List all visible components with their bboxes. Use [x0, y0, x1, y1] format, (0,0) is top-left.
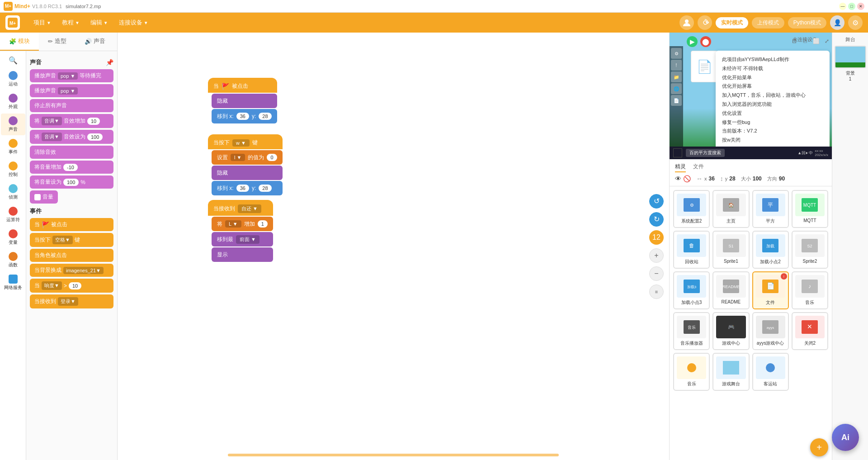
category-network[interactable]: 网络服务 [1, 272, 25, 294]
python-mode-button[interactable]: Python模式 [788, 17, 826, 28]
fullscreen-icon[interactable]: ⤢ [822, 36, 832, 46]
normal-view-icon[interactable]: □ [800, 36, 810, 46]
block-show[interactable]: 显示 [212, 247, 273, 262]
settings-button[interactable]: ⚙ [848, 15, 863, 30]
undo-button[interactable]: ↺ [649, 194, 664, 209]
sprite-card-sprite2[interactable]: S2 Sprite2 [792, 231, 828, 269]
show-icon[interactable]: 👁 [675, 175, 681, 182]
block-play-sound[interactable]: 播放声音 pop ▼ [30, 84, 113, 97]
small-view-icon[interactable]: ⊡ [789, 36, 799, 46]
sprite-card-wutai[interactable]: 游戏舞台 [712, 353, 749, 391]
block-increase-l[interactable]: 将 L ▼ 增加 1 [212, 217, 273, 231]
block-hide-2[interactable]: 隐藏 [212, 166, 283, 180]
sprite-card-xitong[interactable]: ⚙ 系统配置2 [673, 190, 710, 228]
avatar-button[interactable]: 👤 [830, 15, 844, 30]
sprite-card-zhuye[interactable]: 🏠 主页 [712, 190, 749, 228]
category-detect[interactable]: 侦测 [1, 181, 25, 203]
sprite-card-jiazai2[interactable]: 加载 加载小点2 [752, 231, 789, 269]
category-event[interactable]: 事件 [1, 136, 25, 158]
block-play-sound-wait[interactable]: 播放声音 pop ▼ 等待播完 [30, 69, 113, 82]
menu-connect[interactable]: 连接设备 ▼ [114, 17, 153, 28]
block-clear-effects[interactable]: 清除音效 [30, 146, 113, 159]
prev-left-icon-4[interactable]: 🌐 [671, 83, 682, 94]
block-go-to-front[interactable]: 移到最 前面 ▼ [212, 232, 273, 247]
block-goto-xy-2[interactable]: 移到 x: 36 y: 28 [212, 181, 283, 195]
block-volume[interactable]: 音量 [30, 190, 58, 204]
zoom-in-button[interactable]: + [649, 248, 664, 263]
sprites-tab[interactable]: 精灵 [675, 163, 686, 172]
stop-button[interactable]: ⬤ [700, 36, 711, 47]
prev-left-icon-5[interactable]: 📄 [671, 95, 682, 106]
start-button[interactable] [673, 148, 682, 157]
sprite-card-readme[interactable]: README README [712, 271, 749, 309]
block-when-key[interactable]: 当按下 空格▼ 键 [30, 233, 113, 247]
block-hide-1[interactable]: 隐藏 [212, 94, 277, 108]
block-set-volume[interactable]: 将音量设为 100 % [30, 175, 113, 189]
block-when-loudness[interactable]: 当 响度▼ > 10 [30, 279, 113, 293]
sprite-card-sprite1[interactable]: S1 Sprite1 [712, 231, 749, 269]
minimize-button[interactable]: — [839, 3, 846, 10]
sprite-card-huishouzhan[interactable]: 🗑 回收站 [673, 231, 710, 269]
upload-mode-button[interactable]: 上传模式 [752, 17, 784, 28]
tab-blocks[interactable]: 🧩 模块 [0, 33, 39, 51]
block-stop-sounds[interactable]: 停止所有声音 [30, 99, 113, 112]
sprite-card-ayys[interactable]: ayys ayys游戏中心 [752, 312, 789, 350]
block-when-sprite-clicked[interactable]: 当角色被点击 [30, 249, 113, 262]
sprite-card-close2[interactable]: ✕ 关闭2 [792, 312, 828, 350]
sync-icon-button[interactable] [698, 15, 712, 30]
category-appearance[interactable]: 外观 [1, 91, 25, 113]
block-when-flag[interactable]: 当 🚩 被点击 [30, 218, 113, 231]
sprite-card-yellow-dot[interactable]: 音乐 [673, 353, 710, 391]
block-when-flag-hat[interactable]: 当 🚩 被点击 [208, 78, 277, 93]
menu-edit[interactable]: 编辑 ▼ [86, 17, 113, 28]
add-sprite-button[interactable]: + [810, 438, 828, 456]
sprite-card-wenjian[interactable]: ! 📄 文件 [752, 271, 789, 309]
category-motion[interactable]: 运动 [1, 68, 25, 90]
menu-project[interactable]: 项目 ▼ [29, 17, 56, 28]
block-change-effect[interactable]: 将 音调▼ 音效增加 10 [30, 114, 113, 128]
category-operator[interactable]: 运算符 [1, 204, 25, 226]
tab-sounds[interactable]: 🔊 声音 [75, 33, 114, 51]
sprite-card-gamecenter[interactable]: 🎮 游戏中心 [712, 312, 749, 350]
block-set-effect[interactable]: 将 音调▼ 音效设为 100 [30, 130, 113, 144]
sprite-card-player[interactable]: 音乐 音乐播放器 [673, 312, 710, 350]
hide-icon[interactable]: 🚫 [683, 175, 691, 182]
canvas-scrollbar[interactable] [228, 454, 559, 456]
prev-left-icon-2[interactable]: ! [671, 60, 682, 71]
sprite-card-mqtt[interactable]: MQTT MQTT [792, 190, 828, 228]
canvas-area[interactable]: 当 🚩 被点击 隐藏 移到 x: 36 y: 28 当按下 w ▼ 键 设置 l… [118, 33, 669, 460]
user-icon-button[interactable] [679, 15, 694, 30]
category-function[interactable]: 函数 [1, 249, 25, 271]
taskbar-search[interactable]: 百的平方度搜索 [686, 149, 725, 157]
zoom-out-button[interactable]: − [649, 266, 664, 281]
play-button[interactable]: ▶ [687, 36, 698, 47]
realtime-mode-button[interactable]: 实时模式 [716, 17, 748, 28]
block-when-receive[interactable]: 当接收到 登录▼ [30, 294, 113, 308]
block-change-volume[interactable]: 将音量增加 -10 [30, 161, 113, 174]
sprite-card-pingfang[interactable]: 平 平方 [752, 190, 789, 228]
pin-icon[interactable]: 📌 [106, 59, 113, 66]
sprite-card-yinyue[interactable]: ♪ 音乐 [792, 271, 828, 309]
category-variable[interactable]: 变量 [1, 227, 25, 248]
block-when-w-key[interactable]: 当按下 w ▼ 键 [208, 134, 283, 149]
maximize-button[interactable]: □ [848, 3, 855, 10]
block-set-l-0[interactable]: 设置 l ▼ 的值为 0 [212, 150, 283, 165]
search-button[interactable]: 🔍 [8, 55, 19, 66]
category-sound[interactable]: 声音 [1, 114, 25, 135]
menu-tutorial[interactable]: 教程 ▼ [57, 17, 84, 28]
fit-view-button[interactable]: ≡ [649, 285, 664, 299]
sprite-card-blue-dot[interactable]: 客运站 [752, 353, 789, 391]
tab-costumes[interactable]: ✏ 造型 [39, 33, 75, 51]
block-when-receive-hat[interactable]: 当接收到 自还 ▼ [208, 200, 273, 216]
category-control[interactable]: 控制 [1, 159, 25, 180]
redo-button[interactable]: ↻ [649, 212, 664, 227]
volume-checkbox[interactable] [34, 194, 41, 200]
prev-left-icon-3[interactable]: 📁 [671, 71, 682, 82]
files-tab[interactable]: 文件 [693, 163, 704, 172]
stage-thumbnail[interactable] [835, 46, 866, 68]
large-view-icon[interactable]: ⬜ [811, 36, 821, 46]
ai-badge-button[interactable]: Ai [832, 424, 859, 451]
block-when-backdrop[interactable]: 当背景换成 imagenes_21▼ [30, 264, 113, 277]
close-button[interactable]: ✕ [857, 3, 864, 10]
sprite-card-jiazai3[interactable]: 加载3 加载小点3 [673, 271, 710, 309]
